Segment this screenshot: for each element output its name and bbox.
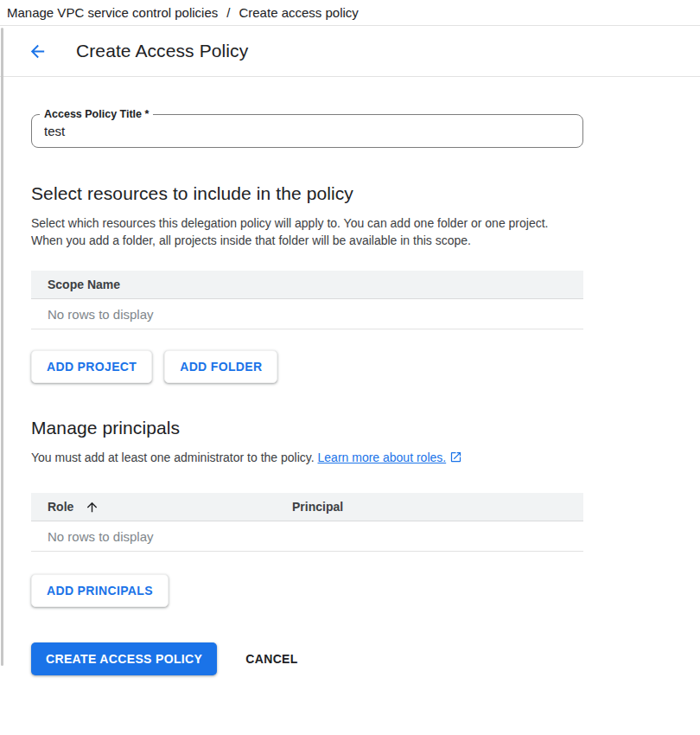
- add-folder-button[interactable]: ADD FOLDER: [164, 350, 277, 383]
- resources-section-description: Select which resources this delegation p…: [31, 214, 557, 249]
- learn-more-roles-link[interactable]: Learn more about roles.: [318, 451, 447, 464]
- cancel-button[interactable]: CANCEL: [245, 642, 297, 675]
- scopes-table-header: Scope Name: [31, 271, 583, 299]
- scopes-table-empty-row: No rows to display: [31, 299, 583, 329]
- access-policy-title-label: Access Policy Title *: [40, 108, 153, 120]
- add-project-button[interactable]: ADD PROJECT: [31, 350, 152, 383]
- resources-section-heading: Select resources to include in the polic…: [31, 183, 583, 204]
- page-title: Create Access Policy: [76, 41, 248, 61]
- breadcrumb: Manage VPC service control policies / Cr…: [0, 0, 700, 26]
- principals-description-text: You must add at least one administrator …: [31, 451, 315, 464]
- page-header: Create Access Policy: [0, 26, 700, 77]
- access-policy-title-field: Access Policy Title *: [31, 114, 583, 148]
- breadcrumb-separator: /: [226, 5, 230, 20]
- create-access-policy-button[interactable]: CREATE ACCESS POLICY: [31, 642, 217, 675]
- sort-ascending-icon: [85, 500, 99, 514]
- scopes-table: Scope Name No rows to display: [31, 271, 583, 329]
- principals-section-description: You must add at least one administrator …: [31, 449, 557, 468]
- column-header-role-label: Role: [48, 500, 73, 514]
- main-content: Access Policy Title * Select resources t…: [31, 114, 583, 675]
- open-in-new-icon: [449, 452, 462, 466]
- breadcrumb-item-manage-policies[interactable]: Manage VPC service control policies: [7, 5, 218, 20]
- column-header-scope-name: Scope Name: [31, 278, 120, 291]
- column-header-role[interactable]: Role: [31, 500, 292, 514]
- add-principals-button[interactable]: ADD PRINCIPALS: [31, 574, 169, 607]
- column-header-principal: Principal: [292, 500, 343, 514]
- breadcrumb-item-create-access-policy: Create access policy: [239, 5, 358, 20]
- back-button[interactable]: [26, 40, 48, 62]
- principals-table: Role Principal No rows to display: [31, 493, 583, 552]
- principals-table-header: Role Principal: [31, 493, 583, 521]
- principals-table-empty-row: No rows to display: [31, 521, 583, 552]
- scrollbar[interactable]: [1, 28, 3, 666]
- arrow-back-icon: [28, 42, 48, 61]
- principals-section-heading: Manage principals: [31, 418, 583, 438]
